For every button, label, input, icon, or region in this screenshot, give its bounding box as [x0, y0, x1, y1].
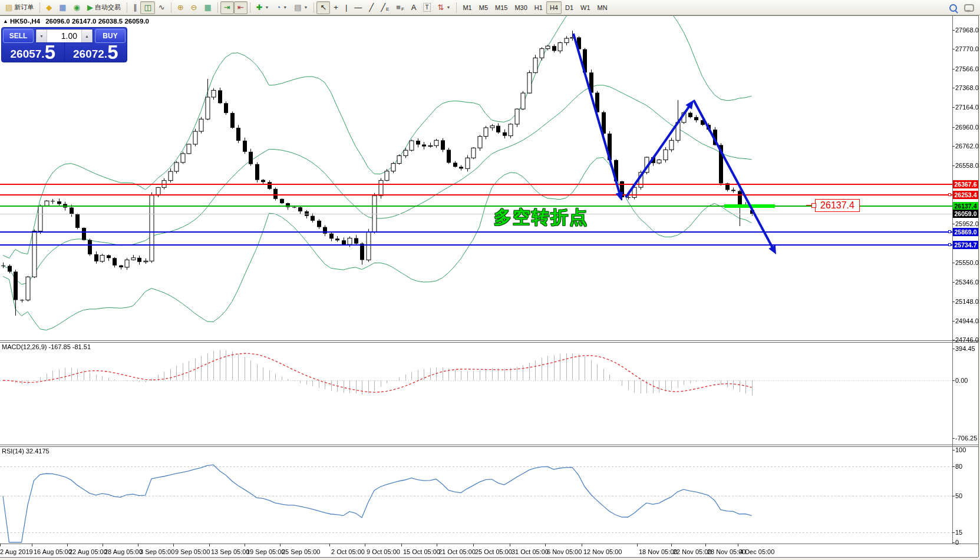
- crosshair-button[interactable]: +: [330, 1, 342, 14]
- tf-d1[interactable]: D1: [562, 1, 577, 14]
- price-level-tag: 25734.7: [953, 241, 978, 249]
- buy-price-big-digit: 5: [107, 45, 118, 59]
- toolbar-separator: [314, 2, 314, 13]
- date-axis-label: 19 Sep 05:00: [246, 548, 285, 555]
- volume-decrease-button[interactable]: ▼: [36, 29, 47, 42]
- periods-button-caret[interactable]: ▼: [283, 5, 287, 9]
- chart-ohlc-title: HK50-,H426096.0 26147.0 26038.5 26059.0: [10, 18, 149, 25]
- bar-chart-button[interactable]: ∥: [130, 1, 141, 14]
- y-axis-tick-label: 26558.0: [955, 162, 979, 169]
- tf-m5[interactable]: M5: [476, 1, 491, 14]
- chat-icon[interactable]: [964, 4, 974, 12]
- tf-w1[interactable]: W1: [577, 1, 594, 14]
- trendline-button-icon: ╱: [369, 4, 374, 11]
- channel-button[interactable]: ╱E: [377, 1, 392, 14]
- rsi-axis-label: 0: [955, 539, 959, 546]
- date-axis-label: 13 Sep 05:00: [211, 548, 249, 555]
- buy-price[interactable]: 26072.5: [64, 43, 127, 62]
- sell-price[interactable]: 26057.5: [2, 43, 64, 62]
- date-axis-label: 16 Aug 05:00: [34, 548, 72, 555]
- tf-h1[interactable]: H1: [531, 1, 546, 14]
- text-button[interactable]: A: [408, 1, 420, 14]
- price-box-handle[interactable]: [811, 203, 816, 208]
- templates-button-caret[interactable]: ▼: [304, 5, 308, 9]
- tf-m30-label: M30: [514, 4, 527, 11]
- signals-icon[interactable]: ◉: [70, 1, 84, 14]
- autotrading-button[interactable]: ▶自动交易: [84, 1, 124, 14]
- y-axis-tick-label: 25148.0: [955, 298, 979, 305]
- rsi-axis-label: 50: [955, 492, 962, 499]
- tile-windows-button[interactable]: ▦: [200, 1, 215, 14]
- horizontal-line-button[interactable]: —: [351, 1, 365, 14]
- mailbox-icon-icon: ◆: [46, 4, 52, 11]
- indicators-button[interactable]: ✚▼: [253, 1, 273, 14]
- price-callout-box[interactable]: 26137.4: [815, 199, 860, 212]
- tf-m30[interactable]: M30: [511, 1, 530, 14]
- line-drag-handle[interactable]: [948, 193, 951, 196]
- search-icon[interactable]: [949, 4, 957, 12]
- line-drag-handle[interactable]: [948, 243, 951, 246]
- text-button-icon: A: [411, 4, 417, 11]
- turning-point-annotation[interactable]: 多空转折点: [494, 206, 588, 230]
- date-axis-label: 6 Nov 05:00: [547, 548, 582, 555]
- channel-button-icon: ╱: [381, 4, 385, 11]
- new-order-button-label: 新订单: [14, 3, 34, 12]
- arrows-button-icon: ⇅: [438, 4, 444, 11]
- price-level-tag: 26059.0: [953, 210, 978, 218]
- new-chart-icon-icon: ▦: [59, 4, 66, 11]
- indicators-button-icon: ✚: [256, 4, 263, 11]
- macd-axis-label: 394.45: [955, 345, 975, 352]
- tf-m1[interactable]: M1: [459, 1, 475, 14]
- rsi-axis-label: 15: [955, 529, 962, 536]
- tf-w1-label: W1: [580, 4, 590, 11]
- tf-mn-label: MN: [598, 4, 608, 11]
- candlestick-chart-button-icon: ◫: [144, 4, 151, 11]
- tile-windows-button-icon: ▦: [204, 4, 211, 11]
- cursor-button[interactable]: ↖: [316, 1, 330, 14]
- y-axis-tick-label: 24944.0: [955, 317, 979, 324]
- new-order-button[interactable]: ▤新订单: [2, 1, 37, 14]
- tf-h4[interactable]: H4: [546, 1, 562, 14]
- y-axis-tick-label: 27566.0: [955, 65, 979, 72]
- fibonacci-button[interactable]: ≡F: [392, 1, 407, 14]
- sell-button[interactable]: SELL: [3, 29, 34, 43]
- y-axis-tick-label: 27164.0: [955, 104, 979, 111]
- date-axis-label: 4 Dec 05:00: [740, 548, 774, 555]
- main-toolbar: ▤新订单◆▦◉▶自动交易∥◫∿⊕⊖▦⇥⇤✚▼◔▼▤▼↖+|—╱╱E≡FAT⇅▼M…: [0, 0, 980, 15]
- tf-m15-label: M15: [495, 4, 507, 11]
- tf-m15[interactable]: M15: [491, 1, 511, 14]
- periods-button-icon: ◔: [276, 4, 281, 11]
- y-axis-tick-label: 26960.0: [955, 124, 979, 131]
- zoom-in-button-icon: ⊕: [177, 4, 184, 11]
- new-chart-icon[interactable]: ▦: [55, 1, 70, 14]
- vertical-line-button-icon: |: [345, 4, 347, 11]
- date-axis-label: 12 Nov 05:00: [583, 548, 622, 555]
- periods-button[interactable]: ◔▼: [272, 1, 291, 14]
- date-axis-label: 31 Oct 05:00: [512, 548, 549, 555]
- zoom-out-button[interactable]: ⊖: [187, 1, 201, 14]
- auto-scroll-button-icon: ⇥: [224, 4, 230, 11]
- line-chart-button[interactable]: ∿: [155, 1, 169, 14]
- volume-value[interactable]: 1.00: [47, 29, 81, 42]
- arrows-button-caret[interactable]: ▼: [447, 5, 451, 9]
- candlestick-chart-button[interactable]: ◫: [140, 1, 154, 14]
- volume-increase-button[interactable]: ▲: [81, 29, 93, 42]
- chart-shift-button[interactable]: ⇤: [234, 1, 248, 14]
- trendline-button[interactable]: ╱: [365, 1, 377, 14]
- y-axis-tick-label: 25952.0: [955, 220, 979, 227]
- mailbox-icon[interactable]: ◆: [42, 1, 55, 14]
- buy-price-main: 26072.: [73, 48, 107, 59]
- vertical-line-button[interactable]: |: [342, 1, 351, 14]
- y-axis-tick-label: 25550.0: [955, 259, 979, 266]
- auto-scroll-button[interactable]: ⇥: [220, 1, 234, 14]
- templates-button[interactable]: ▤▼: [291, 1, 311, 14]
- tf-mn[interactable]: MN: [594, 1, 611, 14]
- price-chart-canvas[interactable]: [0, 0, 980, 560]
- text-label-button[interactable]: T: [420, 1, 434, 14]
- zoom-in-button[interactable]: ⊕: [174, 1, 187, 14]
- indicators-button-caret[interactable]: ▼: [265, 5, 269, 9]
- volume-stepper: ▼ 1.00 ▲: [35, 29, 93, 43]
- line-drag-handle[interactable]: [948, 230, 951, 233]
- date-axis-label: 2 Oct 05:00: [331, 548, 365, 555]
- arrows-button[interactable]: ⇅▼: [434, 1, 454, 14]
